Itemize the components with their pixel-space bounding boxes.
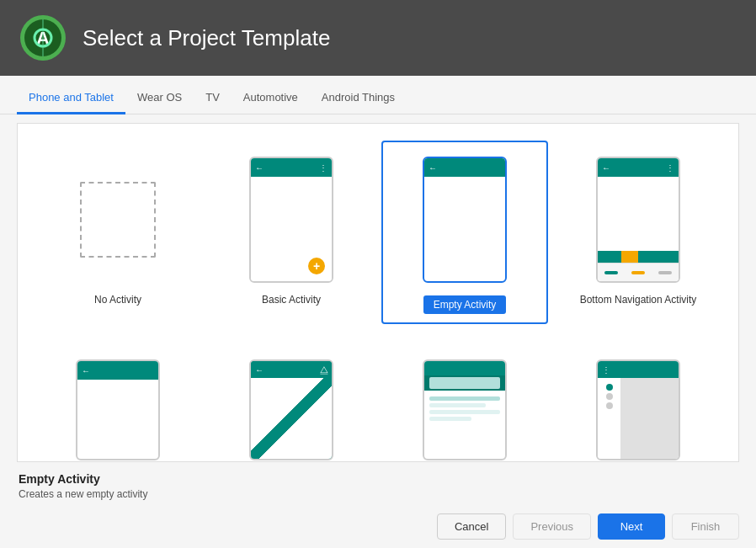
overflow-icon3: ⋮ (602, 365, 610, 375)
fab-icon: + (308, 258, 325, 274)
master-detail-preview: ← ⧋ (245, 343, 338, 462)
no-activity-label: No Activity (94, 294, 141, 306)
tab-wear-os[interactable]: Wear OS (125, 82, 194, 114)
back-arrow-icon4: ← (82, 366, 90, 375)
template-grid: No Activity ← ⋮ + Basic Activity (18, 124, 738, 462)
no-activity-preview (72, 152, 164, 287)
back-arrow-icon3: ← (602, 163, 610, 173)
basic-activity-icon: ← ⋮ + (249, 157, 333, 283)
template-fullscreen-activity[interactable]: ← Fullscreen Activity (35, 331, 201, 462)
finish-button[interactable]: Finish (672, 513, 739, 540)
empty-activity-icon: ← (423, 157, 507, 283)
empty-activity-label: Empty Activity (423, 295, 507, 314)
fullscreen-icon-preview: ← (76, 359, 160, 460)
description-text: Creates a new empty activity (19, 488, 737, 500)
nav-item-1 (604, 271, 618, 274)
tab-phone-tablet[interactable]: Phone and Tablet (17, 82, 125, 114)
no-activity-icon (80, 182, 156, 258)
tab-tv[interactable]: TV (194, 82, 232, 114)
footer-buttons: Cancel Previous Next Finish (0, 505, 756, 548)
fullscreen-activity-preview: ← (72, 343, 164, 462)
dialog-title: Select a Project Template (83, 25, 330, 51)
basic-activity-preview: ← ⋮ + (245, 152, 338, 287)
template-bottom-nav-activity[interactable]: ← ⋮ (555, 141, 721, 324)
content-area: Phone and Tablet Wear OS TV Automotive A… (0, 76, 756, 548)
template-nav-drawer[interactable]: ⋮ Navigation Drawer Activity (555, 331, 721, 462)
bottom-nav-activity-label: Bottom Navigation Activity (580, 294, 697, 306)
tab-android-things[interactable]: Android Things (310, 82, 407, 114)
template-basic-activity[interactable]: ← ⋮ + Basic Activity (208, 141, 375, 324)
template-grid-container: No Activity ← ⋮ + Basic Activity (17, 123, 739, 462)
overflow-icon: ⋮ (319, 163, 327, 173)
description-title: Empty Activity (19, 472, 737, 486)
master-detail-icon: ← ⧋ (249, 359, 333, 460)
bottom-nav-activity-preview: ← ⋮ (592, 152, 684, 287)
nav-dot-2 (606, 393, 613, 400)
tab-bar: Phone and Tablet Wear OS TV Automotive A… (0, 76, 756, 114)
template-master-detail[interactable]: ← ⧋ Master/Detail Flow (208, 331, 375, 462)
empty-activity-preview: ← (418, 152, 511, 287)
template-no-activity[interactable]: No Activity (35, 141, 201, 324)
back-arrow-icon5: ← (255, 365, 264, 375)
nav-item-2 (631, 271, 645, 274)
description-area: Empty Activity Creates a new empty activ… (0, 466, 756, 505)
next-button[interactable]: Next (598, 513, 665, 540)
template-empty-activity[interactable]: ← Empty Activity (381, 141, 548, 324)
scrolling-activity-preview (418, 343, 511, 462)
basic-activity-label: Basic Activity (262, 294, 321, 306)
nav-drawer-icon: ⋮ (596, 359, 680, 460)
nav-item-3 (658, 271, 672, 274)
nav-drawer-content (621, 378, 679, 459)
back-arrow-icon2: ← (429, 163, 437, 173)
bottom-nav-bar (598, 263, 679, 281)
scrolling-icon (423, 359, 507, 460)
back-arrow-icon: ← (255, 163, 264, 173)
template-scrolling-activity[interactable]: Scrolling Activity (381, 331, 548, 462)
nav-drawer-preview: ⋮ (592, 343, 684, 462)
bottom-nav-icon: ← ⋮ (596, 157, 680, 283)
header: A Select a Project Template (0, 0, 756, 76)
nav-dot-3 (606, 402, 613, 409)
tab-automotive[interactable]: Automotive (232, 82, 310, 114)
previous-button[interactable]: Previous (513, 513, 591, 540)
app-logo: A (20, 15, 66, 61)
cancel-button[interactable]: Cancel (437, 513, 506, 540)
nav-dot-1 (606, 384, 613, 391)
overflow-icon2: ⋮ (666, 163, 674, 173)
fullscreen-arrows-icon: ⧋ (320, 364, 328, 375)
